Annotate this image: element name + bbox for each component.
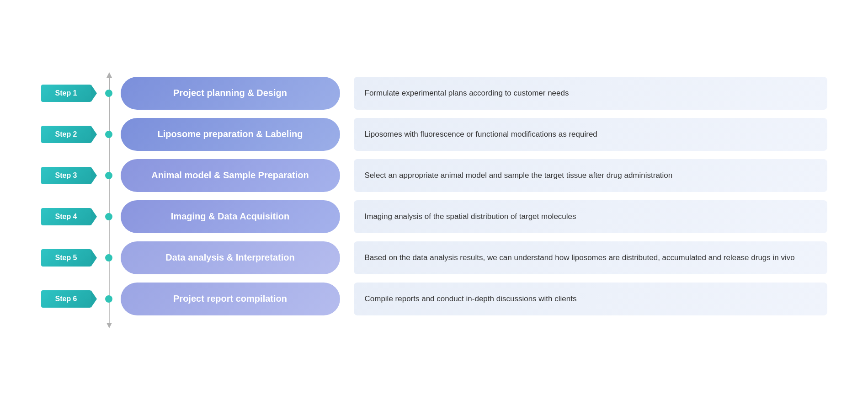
timeline-dot-5	[105, 254, 112, 261]
step-row-5: Step 5Data analysis & InterpretationBase…	[41, 241, 827, 274]
timeline-dot-3	[105, 172, 112, 179]
step-row-2: Step 2Liposome preparation & LabelingLip…	[41, 118, 827, 151]
step-pill-1: Project planning & Design	[121, 77, 340, 110]
step-badge-2: Step 2	[41, 126, 91, 143]
step-pill-5: Data analysis & Interpretation	[121, 241, 340, 274]
step-pill-3: Animal model & Sample Preparation	[121, 159, 340, 192]
step-badge-5: Step 5	[41, 249, 91, 267]
step-pill-2: Liposome preparation & Labeling	[121, 118, 340, 151]
step-badge-4: Step 4	[41, 208, 91, 225]
timeline-dot-6	[105, 295, 112, 303]
step-row-4: Step 4Imaging & Data AcquisitionImaging …	[41, 200, 827, 233]
step-description-5: Based on the data analysis results, we c…	[354, 241, 827, 274]
step-badge-3: Step 3	[41, 167, 91, 184]
step-row-3: Step 3Animal model & Sample PreparationS…	[41, 159, 827, 192]
timeline-dot-2	[105, 131, 112, 138]
step-pill-6: Project report compilation	[121, 283, 340, 315]
timeline-wrapper: Step 1Project planning & DesignFormulate…	[41, 77, 827, 324]
step-badge-6: Step 6	[41, 290, 91, 308]
step-description-2: Liposomes with fluorescence or functiona…	[354, 118, 827, 151]
diagram-container: Step 1Project planning & DesignFormulate…	[23, 68, 846, 333]
step-description-3: Select an appropriate animal model and s…	[354, 159, 827, 192]
timeline-dot-1	[105, 90, 112, 97]
step-description-4: Imaging analysis of the spatial distribu…	[354, 200, 827, 233]
step-row-1: Step 1Project planning & DesignFormulate…	[41, 77, 827, 110]
step-description-6: Compile reports and conduct in-depth dis…	[354, 283, 827, 315]
step-description-1: Formulate experimental plans according t…	[354, 77, 827, 110]
step-pill-4: Imaging & Data Acquisition	[121, 200, 340, 233]
timeline-dot-4	[105, 213, 112, 220]
step-row-6: Step 6Project report compilationCompile …	[41, 283, 827, 315]
step-badge-1: Step 1	[41, 85, 91, 102]
